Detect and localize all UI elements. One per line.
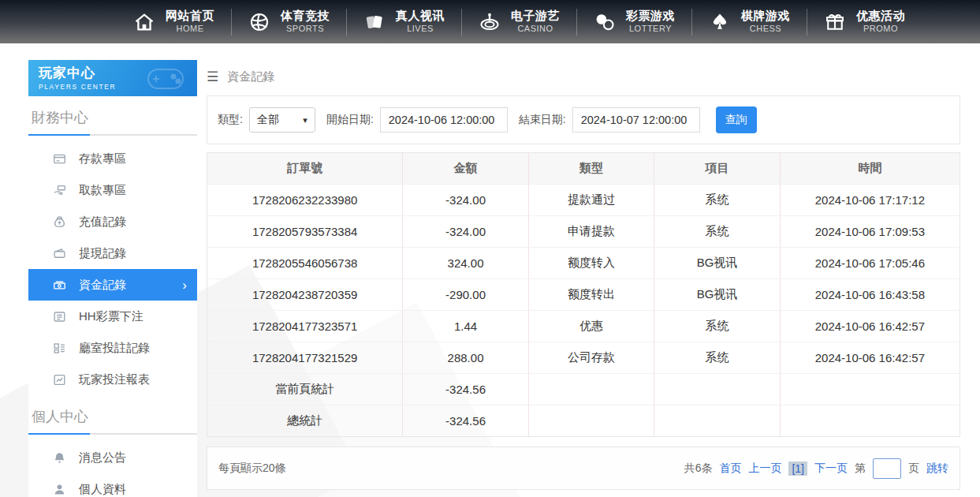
page-jump-input[interactable] [873,458,901,479]
nav-item-casino[interactable]: 电子游艺CASINO [462,0,576,43]
bell-icon [52,450,67,465]
nav-item-text: 彩票游戏LOTTERY [626,9,675,35]
sidebar-menu: 財務中心存款專區取款專區充值記錄提現記錄資金記錄›HH彩票下注廳室投註記錄玩家投… [28,96,197,497]
nav-item-text: 网站首页HOME [166,9,214,35]
table-cell: 额度转出 [528,279,654,311]
table-cell [780,374,960,405]
table-cell: 總統計 [207,405,403,437]
spade-icon [709,11,731,33]
table-cell: -324.00 [403,185,528,216]
nav-item-promo[interactable]: 优惠活动PROMO [807,0,922,43]
nav-label-en: LOTTERY [629,24,672,35]
start-date-input[interactable]: 2024-10-06 12:00:00 [380,107,508,133]
table-cell [528,405,654,437]
table-row: 17282041773235711.44优惠系统2024-10-06 16:42… [207,311,960,342]
nav-item-home[interactable]: 网站首页HOME [117,0,231,43]
table-cell: 系统 [654,311,780,342]
sidebar-item-room-bet-records[interactable]: 廳室投註記錄 [28,332,197,364]
sidebar-item-deposit-zone[interactable]: 存款專區 [28,143,197,174]
nav-label-en: HOME [177,24,204,35]
sidebar-item-label: 資金記錄 [79,278,126,293]
nav-label-zh: 真人视讯 [396,9,445,24]
table-cell: 2024-10-06 16:42:57 [780,311,960,342]
nav-item-sports[interactable]: 体育竞技SPORTS [232,0,346,43]
main-content: ☰ 資金記錄 類型: 全部 ▾ 開始日期: 2024-10-06 12:00:0… [207,65,960,490]
table-row: 1728205793573384-324.00申请提款系统2024-10-06 … [207,216,960,248]
type-select[interactable]: 全部 ▾ [249,107,315,133]
sidebar-item-label: 消息公告 [79,450,126,465]
sidebar-item-profile[interactable]: 個人資料 [28,473,197,497]
table-cell: 1728205546056738 [207,248,403,279]
table-row: 1728204177321529288.00公司存款系统2024-10-06 1… [207,342,960,374]
nav-label-en: CHESS [750,24,781,35]
sidebar-item-label: 廳室投註記錄 [79,341,150,356]
sidebar-item-announcements[interactable]: 消息公告 [28,442,197,473]
table-cell: 2024-10-06 16:43:58 [780,279,960,311]
sidebar-item-label: 充值記錄 [79,215,126,230]
first-page-link[interactable]: 首页 [719,462,741,476]
table-header-row: 訂單號金額類型項目時間 [207,153,960,185]
type-label: 類型: [218,113,243,127]
table-cell: 當前頁統計 [207,374,403,405]
nav-label-zh: 彩票游戏 [626,9,675,24]
pagination-controls: 共6条 首页 上一页 [1] 下一页 第 页 跳转 [684,458,948,479]
hamburger-icon[interactable]: ☰ [207,69,218,85]
table-cell [780,405,960,437]
sidebar-item-label: 個人資料 [79,482,126,497]
chevron-right-icon: › [182,278,187,292]
table-cell: BG视讯 [654,279,780,311]
start-date-value: 2024-10-06 12:00:00 [389,114,495,126]
cash-icon [52,278,67,293]
sidebar: 玩家中心 PLAYERS CENTER 財務中心存款專區取款專區充值記錄提現記錄… [28,60,197,497]
moneybag-icon [52,215,67,230]
nav-item-chess[interactable]: 棋牌游戏CHESS [692,0,807,43]
sidebar-item-withdraw-zone[interactable]: 取款專區 [28,174,197,206]
table-cell: 2024-10-06 17:17:12 [780,185,960,216]
user-icon [52,482,67,497]
table-cell: 2024-10-06 16:42:57 [780,342,960,374]
sidebar-item-hh-lottery-bets[interactable]: HH彩票下注 [28,301,197,332]
start-date-label: 開始日期: [326,113,374,127]
nav-item-text: 棋牌游戏CHESS [741,9,790,35]
funds-table: 訂單號金額類型項目時間 1728206232233980-324.00提款通过系… [207,152,960,437]
home-icon [133,11,155,33]
wallet-icon [52,246,67,261]
jump-link[interactable]: 跳转 [926,462,948,476]
table-cell: -290.00 [403,279,528,311]
column-header: 時間 [780,153,960,185]
sidebar-header: 玩家中心 PLAYERS CENTER [28,60,197,96]
cards-icon [363,11,386,33]
table-cell: -324.56 [403,405,528,437]
nav-label-en: PROMO [863,24,898,35]
page-title: 資金記錄 [227,69,274,84]
current-page[interactable]: [1] [788,462,807,476]
nav-item-lottery[interactable]: 彩票游戏LOTTERY [577,0,691,43]
end-date-label: 結束日期: [519,113,566,127]
filter-bar: 類型: 全部 ▾ 開始日期: 2024-10-06 12:00:00 結束日期:… [207,95,960,144]
sidebar-section-heading: 個人中心 [28,395,197,433]
lottery-balls-icon [594,11,616,33]
table-cell [654,405,780,437]
per-page-label: 每頁顯示20條 [218,462,286,476]
nav-item-lives[interactable]: 真人视讯LIVES [347,0,461,43]
table-row: 1728206232233980-324.00提款通过系统2024-10-06 … [207,185,960,216]
column-header: 項目 [654,153,780,185]
table-cell: 公司存款 [528,342,654,374]
sidebar-item-withdrawal-records[interactable]: 提現記錄 [28,237,197,269]
prev-page-link[interactable]: 上一页 [748,462,781,476]
next-page-link[interactable]: 下一页 [814,462,848,476]
page-word-suffix: 页 [908,462,919,476]
deposit-card-icon [52,151,67,166]
end-date-input[interactable]: 2024-10-07 12:00:00 [572,107,700,133]
withdraw-hand-icon [52,183,67,198]
nav-label-en: SPORTS [286,24,324,35]
section-divider [28,433,197,435]
search-button[interactable]: 查詢 [716,106,757,133]
sidebar-item-player-bet-report[interactable]: 玩家投注報表 [28,364,197,395]
table-body: 1728206232233980-324.00提款通过系统2024-10-06 … [207,185,960,437]
sidebar-item-funds-records[interactable]: 資金記錄› [28,269,197,301]
sidebar-item-recharge-records[interactable]: 充值記錄 [28,206,197,237]
table-cell: 系统 [654,216,780,248]
column-header: 金額 [403,153,528,185]
table-cell: 1728206232233980 [207,185,403,216]
